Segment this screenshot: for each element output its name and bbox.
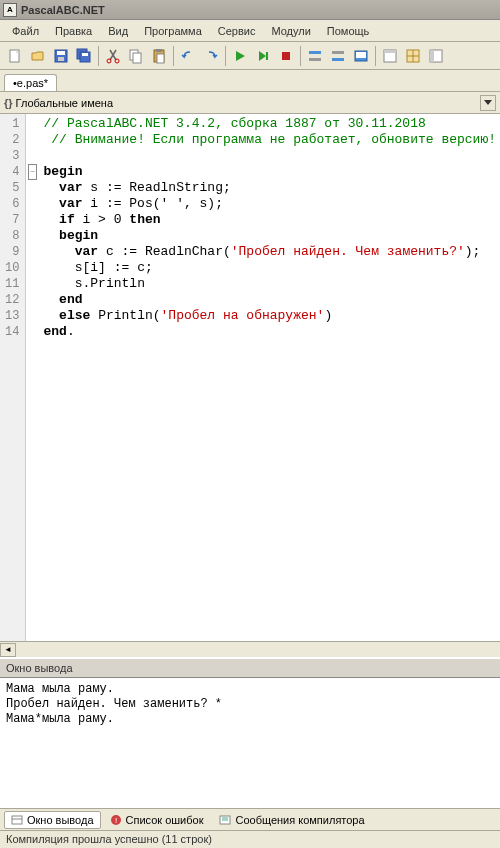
code-area[interactable]: // PascalABC.NET 3.4.2, сборка 1887 от 3… bbox=[40, 114, 501, 641]
menu-program[interactable]: Программа bbox=[136, 23, 210, 39]
form-button[interactable] bbox=[379, 45, 401, 67]
svg-rect-3 bbox=[58, 57, 64, 61]
menu-file[interactable]: Файл bbox=[4, 23, 47, 39]
output-icon bbox=[11, 814, 23, 826]
line-gutter: 123 456 789 101112 1314 bbox=[0, 114, 26, 641]
menubar: Файл Правка Вид Программа Сервис Модули … bbox=[0, 20, 500, 42]
new-file-button[interactable] bbox=[4, 45, 26, 67]
svg-rect-23 bbox=[384, 50, 396, 53]
svg-rect-10 bbox=[133, 53, 141, 63]
svg-rect-28 bbox=[430, 50, 434, 62]
svg-rect-13 bbox=[157, 54, 164, 63]
tabbar: •e.pas* bbox=[0, 70, 500, 92]
open-file-button[interactable] bbox=[27, 45, 49, 67]
stop-button[interactable] bbox=[275, 45, 297, 67]
paste-button[interactable] bbox=[148, 45, 170, 67]
toolbar-sep bbox=[300, 46, 301, 66]
tab-errors[interactable]: ! Список ошибок bbox=[103, 811, 211, 829]
undo-button[interactable] bbox=[177, 45, 199, 67]
svg-rect-21 bbox=[356, 52, 366, 58]
tab-errors-label: Список ошибок bbox=[126, 814, 204, 826]
svg-point-7 bbox=[107, 59, 111, 63]
copy-button[interactable] bbox=[125, 45, 147, 67]
svg-rect-14 bbox=[266, 52, 268, 60]
svg-rect-2 bbox=[57, 51, 65, 55]
titlebar: A PascalABC.NET bbox=[0, 0, 500, 20]
svg-rect-16 bbox=[309, 51, 321, 54]
menu-help[interactable]: Помощь bbox=[319, 23, 378, 39]
save-button[interactable] bbox=[50, 45, 72, 67]
panel-button[interactable] bbox=[425, 45, 447, 67]
output-panel-header: Окно вывода bbox=[0, 657, 500, 678]
menu-edit[interactable]: Правка bbox=[47, 23, 100, 39]
tab-output-label: Окно вывода bbox=[27, 814, 94, 826]
statusbar: Компиляция прошла успешно (11 строк) bbox=[0, 830, 500, 848]
menu-modules[interactable]: Модули bbox=[263, 23, 318, 39]
svg-rect-29 bbox=[12, 816, 22, 824]
run-debug-button[interactable] bbox=[252, 45, 274, 67]
redo-button[interactable] bbox=[200, 45, 222, 67]
svg-rect-12 bbox=[156, 49, 162, 52]
tab-compiler-label: Сообщения компилятора bbox=[235, 814, 364, 826]
code-editor[interactable]: 123 456 789 101112 1314 − // PascalABC.N… bbox=[0, 114, 500, 641]
run-button[interactable] bbox=[229, 45, 251, 67]
scope-selector[interactable]: {} Глобальные имена bbox=[4, 97, 113, 109]
chevron-down-icon bbox=[484, 100, 492, 106]
bottom-tabbar: Окно вывода ! Список ошибок Сообщения ко… bbox=[0, 808, 500, 830]
scroll-left-arrow[interactable]: ◄ bbox=[0, 643, 16, 657]
output-panel[interactable]: Мама мыла раму. Пробел найден. Чем замен… bbox=[0, 678, 500, 808]
compiler-icon bbox=[219, 814, 231, 826]
step-over-button[interactable] bbox=[327, 45, 349, 67]
svg-rect-17 bbox=[309, 58, 321, 61]
errors-icon: ! bbox=[110, 814, 122, 826]
scope-bar: {} Глобальные имена bbox=[0, 92, 500, 114]
tab-output[interactable]: Окно вывода bbox=[4, 811, 101, 829]
svg-text:!: ! bbox=[114, 816, 116, 825]
menu-view[interactable]: Вид bbox=[100, 23, 136, 39]
svg-rect-15 bbox=[282, 52, 290, 60]
grid-button[interactable] bbox=[402, 45, 424, 67]
save-all-button[interactable] bbox=[73, 45, 95, 67]
menu-service[interactable]: Сервис bbox=[210, 23, 264, 39]
horizontal-scrollbar[interactable]: ◄ bbox=[0, 641, 500, 657]
toolbar-sep bbox=[375, 46, 376, 66]
toolbar bbox=[0, 42, 500, 70]
app-icon: A bbox=[3, 3, 17, 17]
cut-button[interactable] bbox=[102, 45, 124, 67]
terminal-button[interactable] bbox=[350, 45, 372, 67]
svg-rect-6 bbox=[82, 53, 88, 56]
toolbar-sep bbox=[173, 46, 174, 66]
fold-toggle[interactable]: − bbox=[28, 164, 37, 180]
scope-dropdown-button[interactable] bbox=[480, 95, 496, 111]
window-title: PascalABC.NET bbox=[21, 4, 105, 16]
step-into-button[interactable] bbox=[304, 45, 326, 67]
toolbar-sep bbox=[225, 46, 226, 66]
svg-rect-18 bbox=[332, 51, 344, 54]
scope-label: Глобальные имена bbox=[16, 97, 114, 109]
svg-rect-19 bbox=[332, 58, 344, 61]
brace-icon: {} bbox=[4, 97, 13, 109]
tab-compiler[interactable]: Сообщения компилятора bbox=[212, 811, 371, 829]
svg-point-8 bbox=[115, 59, 119, 63]
file-tab[interactable]: •e.pas* bbox=[4, 74, 57, 91]
fold-column: − bbox=[26, 114, 39, 641]
toolbar-sep bbox=[98, 46, 99, 66]
